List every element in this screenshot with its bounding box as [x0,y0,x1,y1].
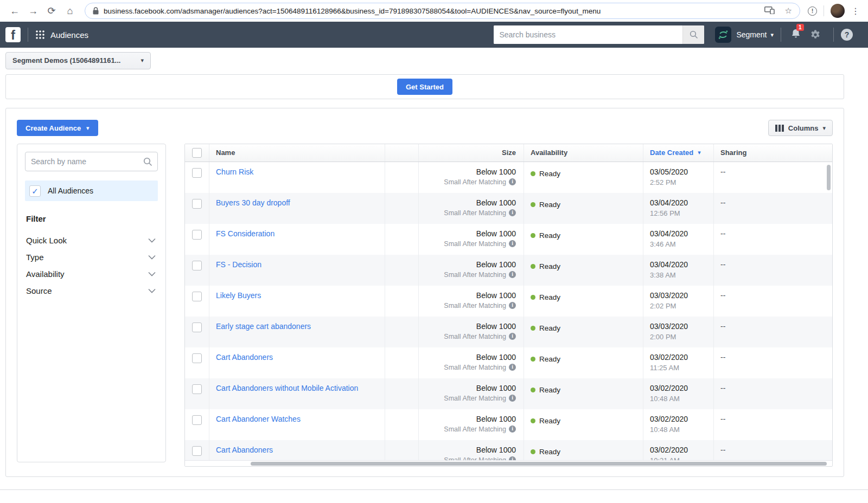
settings-gear-icon[interactable] [810,29,821,40]
info-icon[interactable]: i [509,302,516,309]
availability-status: Ready [539,417,560,425]
audience-name-link[interactable]: Cart Abandoners [216,446,273,454]
vertical-scrollbar[interactable] [827,165,831,190]
browser-menu-icon[interactable]: ⋮ [851,6,860,16]
size-value: Below 1000 [426,291,516,300]
row-checkbox[interactable] [192,292,202,301]
audience-name-link[interactable]: Likely Buyers [216,291,261,300]
horizontal-scrollbar-track[interactable] [185,460,832,466]
row-checkbox[interactable] [192,415,202,425]
info-icon[interactable]: i [509,240,516,247]
filter-heading: Filter [26,214,158,223]
audience-name-link[interactable]: Churn Risk [216,167,253,176]
name-search-input[interactable] [25,152,158,171]
audience-name-link[interactable]: Cart Abandoners [216,353,273,362]
size-value: Below 1000 [426,384,516,392]
info-icon[interactable]: i [509,209,516,216]
forward-icon[interactable]: → [24,0,42,22]
business-search-input[interactable] [494,25,682,44]
size-note: Small After Matching [444,364,506,371]
sharing-value: -- [720,415,826,423]
all-audiences-checkbox[interactable]: ✓ [29,185,41,197]
date-value: 03/02/2020 [650,415,707,423]
time-value: 2:52 PM [650,178,707,186]
name-cell: Cart Abandoners without Mobile Activatio… [209,378,385,409]
home-icon[interactable]: ⌂ [61,0,79,22]
info-icon[interactable]: i [509,364,516,371]
business-search [494,25,704,44]
availability-cell: Ready [524,255,643,286]
row-checkbox[interactable] [192,168,202,178]
column-header-size[interactable]: Size [419,144,524,162]
filter-availability[interactable]: Availability [25,266,158,282]
row-checkbox-cell [185,193,209,224]
sharing-cell: -- [714,347,832,378]
row-checkbox[interactable] [192,261,202,270]
send-to-device-icon[interactable] [764,7,775,16]
info-icon[interactable]: i [509,178,516,185]
size-cell: Below 1000 Small After Matchingi [419,440,524,460]
notifications-bell-icon[interactable]: 1 [790,28,801,42]
row-checkbox-cell [185,255,209,286]
size-note: Small After Matching [444,209,506,217]
extension-info-icon[interactable]: ! [808,7,817,16]
url-bar[interactable]: business.facebook.com/adsmanager/audienc… [85,3,800,19]
column-header-date-created[interactable]: Date Created ▾ [643,144,714,162]
profile-avatar[interactable] [831,4,845,18]
filter-label: Availability [26,269,65,279]
row-checkbox[interactable] [192,323,202,332]
date-value: 03/05/2020 [650,167,707,176]
row-checkbox[interactable] [192,384,202,394]
account-caret-icon: ▾ [141,57,144,63]
info-icon[interactable]: i [509,271,516,278]
column-header-sharing[interactable]: Sharing [714,144,832,162]
all-audiences-item[interactable]: ✓ All Audiences [25,180,158,201]
info-icon[interactable]: i [509,425,516,433]
info-icon[interactable]: i [509,456,516,460]
row-checkbox[interactable] [192,353,202,363]
audience-name-link[interactable]: Cart Abandoners without Mobile Activatio… [216,384,358,392]
row-checkbox[interactable] [192,230,202,240]
horizontal-scrollbar-thumb[interactable] [251,462,827,466]
apps-grid-icon[interactable] [35,30,45,40]
table-row: Early stage cart abandoners Below 1000 S… [185,317,832,347]
filter-type[interactable]: Type [25,249,158,266]
search-icon[interactable] [682,25,704,44]
segment-logo[interactable] [715,27,731,43]
audience-name-link[interactable]: Cart Abandoner Watches [216,415,301,423]
column-header-name[interactable]: Name [209,144,385,162]
info-icon[interactable]: i [509,333,516,340]
account-selector[interactable]: Segment Demos (15064891161... ▾ [5,52,151,69]
audience-name-link[interactable]: FS Consideration [216,229,275,238]
name-cell: Buyers 30 day dropoff [209,193,385,224]
bookmark-star-icon[interactable]: ☆ [785,6,792,16]
help-icon[interactable]: ? [841,29,853,41]
columns-icon [775,125,784,132]
sharing-value: -- [720,446,826,454]
business-name[interactable]: Segment [736,30,767,39]
column-header-availability[interactable]: Availability [524,144,643,162]
size-note: Small After Matching [444,302,506,309]
filter-source[interactable]: Source [25,282,158,299]
account-bar: Segment Demos (15064891161... ▾ [0,48,868,73]
filter-quick-look[interactable]: Quick Look [25,232,158,249]
create-audience-button[interactable]: Create Audience ▾ [17,120,98,136]
size-note: Small After Matching [444,425,506,433]
reload-icon[interactable]: ⟳ [42,0,61,22]
row-checkbox[interactable] [192,199,202,209]
facebook-logo[interactable]: f [5,27,21,42]
row-checkbox-cell [185,162,209,193]
info-icon[interactable]: i [509,395,516,402]
get-started-button[interactable]: Get Started [397,79,452,95]
row-checkbox[interactable] [192,446,202,456]
business-caret-icon[interactable]: ▾ [770,32,774,38]
audience-name-link[interactable]: Buyers 30 day dropoff [216,198,290,207]
get-started-banner: Get Started [5,74,844,99]
audience-name-link[interactable]: Early stage cart abandoners [216,322,311,331]
columns-button[interactable]: Columns ▾ [768,120,833,136]
select-all-checkbox[interactable] [192,148,202,158]
back-icon[interactable]: ← [5,0,24,22]
audience-name-link[interactable]: FS - Decision [216,260,261,269]
availability-status: Ready [539,448,560,456]
availability-cell: Ready [524,224,643,255]
